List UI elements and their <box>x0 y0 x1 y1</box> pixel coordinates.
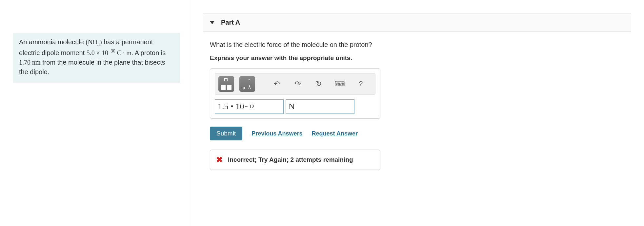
feedback-box: ✖ Incorrect; Try Again; 2 attempts remai… <box>210 150 380 170</box>
formula-nh3: (NH3) <box>86 38 102 46</box>
equation-toolbar: μ Å ↶ ↷ ↻ ⌨ <box>215 73 375 95</box>
controls-row: Submit Previous Answers Request Answer <box>210 127 624 140</box>
part-body: What is the electric force of the molecu… <box>203 32 631 170</box>
reset-button[interactable]: ↻ <box>311 76 327 92</box>
problem-text-seg1: An ammonia molecule <box>19 38 86 46</box>
reset-icon: ↻ <box>316 80 322 88</box>
answer-value-exponent: − 12 <box>245 104 254 110</box>
template-fraction-button[interactable] <box>218 76 234 92</box>
caret-down-icon <box>210 21 214 24</box>
answer-pane: Part A What is the electric force of the… <box>190 0 644 226</box>
units-picker-button[interactable]: μ Å <box>239 76 255 92</box>
submit-button[interactable]: Submit <box>210 127 242 140</box>
problem-text-seg3: . A proton is <box>131 49 166 56</box>
undo-icon: ↶ <box>274 80 280 88</box>
keyboard-button[interactable]: ⌨ <box>332 76 348 92</box>
feedback-text: Incorrect; Try Again; 2 attempts remaini… <box>228 156 353 163</box>
problem-statement: An ammonia molecule (NH3) has a permanen… <box>13 33 180 83</box>
part-header[interactable]: Part A <box>203 13 631 32</box>
answer-unit-input[interactable]: N <box>286 99 354 114</box>
dipole-moment-value: 5.0 × 10−30 C · m <box>87 49 131 56</box>
help-button[interactable]: ? <box>353 76 369 92</box>
help-icon: ? <box>359 80 363 88</box>
problem-pane: An ammonia molecule (NH3) has a permanen… <box>0 0 190 226</box>
distance-value: 1.70 nm <box>19 59 41 66</box>
request-answer-link[interactable]: Request Answer <box>312 130 358 137</box>
answer-inputs: 1.5 • 10− 12 N <box>215 99 375 114</box>
keyboard-icon: ⌨ <box>334 80 345 88</box>
redo-icon: ↷ <box>295 80 301 88</box>
answer-unit-text: N <box>289 102 295 112</box>
instruction-text: Express your answer with the appropriate… <box>210 54 624 62</box>
previous-answers-link[interactable]: Previous Answers <box>252 130 302 137</box>
answer-value-input[interactable]: 1.5 • 10− 12 <box>215 99 284 114</box>
part-label: Part A <box>221 19 240 26</box>
answer-value-mantissa: 1.5 • 10 <box>218 102 244 112</box>
redo-button[interactable]: ↷ <box>290 76 306 92</box>
answer-box: μ Å ↶ ↷ ↻ ⌨ <box>210 68 380 119</box>
undo-button[interactable]: ↶ <box>269 76 285 92</box>
incorrect-icon: ✖ <box>216 155 223 164</box>
question-text: What is the electric force of the molecu… <box>210 41 624 49</box>
problem-text-seg4: from the molecule in the plane that bise… <box>19 59 165 75</box>
